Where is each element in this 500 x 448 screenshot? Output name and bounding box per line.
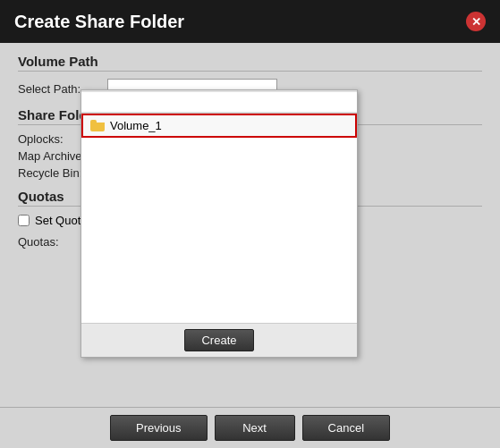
dropdown-header — [81, 90, 357, 114]
path-dropdown: Volume_1 Create — [81, 89, 358, 358]
dialog-content: Volume Path Select Path: Share Folder Op… — [0, 43, 500, 407]
next-button[interactable]: Next — [215, 415, 295, 441]
volume-item-label: Volume_1 — [110, 119, 162, 132]
volume-path-section-title: Volume Path — [18, 54, 482, 72]
dropdown-list-area — [81, 138, 357, 323]
create-btn-row: Create — [81, 323, 357, 357]
dialog-title: Create Share Folder — [14, 12, 184, 32]
previous-button[interactable]: Previous — [110, 415, 208, 441]
create-button[interactable]: Create — [184, 329, 253, 351]
cancel-button[interactable]: Cancel — [302, 415, 390, 441]
folder-icon — [90, 120, 105, 131]
volume-item[interactable]: Volume_1 — [81, 114, 357, 138]
close-button[interactable]: ✕ — [466, 12, 486, 31]
dialog-footer: Previous Next Cancel — [0, 407, 500, 448]
create-share-folder-dialog: Create Share Folder ✕ Volume Path Select… — [0, 0, 500, 448]
set-quota-label: Set Quota — [35, 214, 88, 227]
dropdown-search-input[interactable] — [81, 92, 357, 112]
title-bar: Create Share Folder ✕ — [0, 0, 500, 43]
set-quota-checkbox[interactable] — [18, 215, 30, 226]
